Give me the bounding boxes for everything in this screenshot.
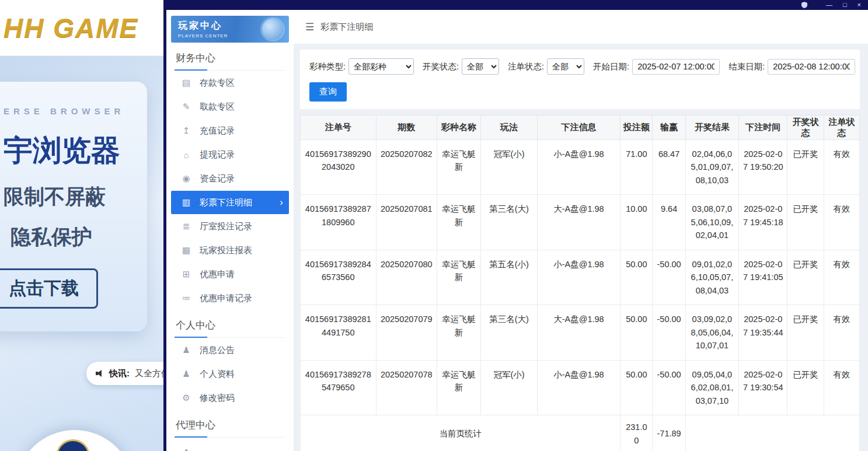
sidebar-item-label: 存款专区 xyxy=(200,78,235,89)
table-cell: 冠军(小) xyxy=(481,360,537,415)
table-cell: 68.47 xyxy=(653,140,685,195)
sidebar-item-withdraw[interactable]: ✎取款专区 xyxy=(171,95,289,118)
table-cell: 401569173892785479650 xyxy=(301,360,377,415)
table-cell: 已开奖 xyxy=(787,360,824,415)
recharge-record-icon: ↥ xyxy=(181,125,191,136)
table-cell: 有效 xyxy=(824,250,859,305)
window-titlebar: — □ × xyxy=(163,0,868,10)
hh-game-logo: HH GAME xyxy=(4,12,138,44)
column-header: 下注时间 xyxy=(739,116,787,140)
banner-title: 宇浏览器 xyxy=(4,131,147,170)
table-row: 40156917389278547965020250207078幸运飞艇新冠军(… xyxy=(301,360,860,415)
sidebar-item-announcement[interactable]: ♟消息公告 xyxy=(171,338,289,362)
banner-tagline: ERSE BROWSER xyxy=(4,106,147,116)
table-cell: 401569173892871809960 xyxy=(301,195,377,250)
sidebar-item-promo-apply[interactable]: ⊞优惠申请 xyxy=(171,263,289,286)
table-row: 40156917389290204302020250207082幸运飞艇新冠军(… xyxy=(301,140,860,195)
table-cell: 有效 xyxy=(824,140,859,195)
sidebar-section-title: 个人中心 xyxy=(175,319,285,338)
hamburger-icon[interactable]: ☰ xyxy=(305,21,314,33)
summary-row: 当前页统计231.00-71.89 xyxy=(301,415,860,451)
sidebar-item-profile[interactable]: ♟个人资料 xyxy=(171,362,289,386)
column-header: 彩种名称 xyxy=(437,116,480,140)
column-header: 注单号 xyxy=(301,116,377,140)
sidebar-item-report[interactable]: ▦玩家投注报表 xyxy=(171,239,289,262)
table-body: 40156917389290204302020250207082幸运飞艇新冠军(… xyxy=(301,140,860,451)
sidebar-item-agent-item[interactable]: ▪ xyxy=(171,438,289,451)
table-cell: 幸运飞艇新 xyxy=(437,360,480,415)
sidebar-item-hall-bets[interactable]: ≣厅室投注记录 xyxy=(171,215,289,238)
sidebar-item-label: 优惠申请 xyxy=(200,269,235,280)
table-cell: 有效 xyxy=(824,305,859,360)
table-row: 40156917389284657356020250207080幸运飞艇新第五名… xyxy=(301,250,860,305)
sidebar-section-title: 财务中心 xyxy=(175,51,285,71)
table-cell: 幸运飞艇新 xyxy=(437,195,480,250)
bet-status-select[interactable]: 全部 xyxy=(547,58,584,75)
table-cell: 71.00 xyxy=(621,140,653,195)
draw-status-select[interactable]: 全部 xyxy=(462,58,499,75)
promo-apply-icon: ⊞ xyxy=(181,269,191,279)
table-cell: 20250207079 xyxy=(376,305,437,360)
sidebar-header: 玩家中心 PLAYERS CENTER xyxy=(171,16,289,43)
maximize-icon[interactable]: □ xyxy=(843,2,847,8)
withdraw-icon: ✎ xyxy=(181,102,191,112)
table-cell: 2025-02-07 19:41:05 xyxy=(739,250,787,305)
hall-bets-icon: ≣ xyxy=(181,221,191,232)
sidebar-item-lottery-bets[interactable]: ▥彩票下注明细› xyxy=(171,191,289,214)
table-cell: 401569173892902043020 xyxy=(301,140,377,195)
table-cell: 2025-02-07 19:45:18 xyxy=(739,195,787,250)
minimize-icon[interactable]: — xyxy=(826,2,832,8)
table-cell: 20250207081 xyxy=(376,195,437,250)
sidebar-item-promo-record[interactable]: ≔优惠申请记录 xyxy=(171,286,289,310)
lottery-bets-icon: ▥ xyxy=(181,197,191,208)
sidebar-item-label: 充值记录 xyxy=(200,125,235,137)
end-date-filter: 结束日期: xyxy=(728,59,855,75)
download-button[interactable]: 点击下载 xyxy=(0,268,98,309)
table-cell: 有效 xyxy=(824,195,859,250)
close-icon[interactable]: × xyxy=(857,2,861,8)
news-ticker[interactable]: 快讯: 又全方位 xyxy=(86,362,163,385)
start-date-input[interactable] xyxy=(632,59,720,75)
table-cell: -50.00 xyxy=(653,250,685,305)
table-cell: 20250207080 xyxy=(376,250,437,305)
lottery-type-select[interactable]: 全部彩种 xyxy=(348,58,414,75)
table-cell: 大-A盘@1.98 xyxy=(537,195,621,250)
summary-empty xyxy=(685,415,859,451)
table-cell: 冠军(小) xyxy=(481,140,537,195)
ticker-label: 快讯: xyxy=(109,368,130,379)
table-cell: 02,04,06,05,01,09,07,08,10,03 xyxy=(685,140,738,195)
funds-record-icon: ◉ xyxy=(181,173,191,184)
sidebar-item-password[interactable]: ⚙修改密码 xyxy=(171,386,289,410)
search-button[interactable]: 查询 xyxy=(309,82,347,102)
sidebar-item-funds-record[interactable]: ◉资金记录 xyxy=(171,167,289,190)
shield-icon[interactable] xyxy=(801,2,807,8)
player-center-window: — □ × 玩家中心 PLAYERS CENTER 财务中心▤存款专区✎取款专区… xyxy=(163,0,868,451)
table-cell: 2025-02-07 19:30:54 xyxy=(739,360,787,415)
table-cell: 幸运飞艇新 xyxy=(437,250,480,305)
table-cell: 小-A盘@1.98 xyxy=(537,250,621,305)
table-cell: 03,09,02,08,05,06,04,10,07,01 xyxy=(685,305,738,360)
sidebar-item-label: 优惠申请记录 xyxy=(200,293,252,304)
deposit-icon: ▤ xyxy=(181,78,191,88)
table-cell: 2025-02-07 19:50:20 xyxy=(739,140,787,195)
table-cell: 50.00 xyxy=(621,250,653,305)
table-cell: 第三名(大) xyxy=(481,305,537,360)
table-cell: 有效 xyxy=(824,360,859,415)
table-cell: 已开奖 xyxy=(787,305,824,360)
end-date-input[interactable] xyxy=(768,59,855,75)
withdrawal-record-icon: ⌂ xyxy=(181,150,191,160)
bottom-logo-circle xyxy=(15,430,134,451)
sidebar-item-deposit[interactable]: ▤存款专区 xyxy=(171,71,289,95)
draw-status-filter: 开奖状态: 全部 xyxy=(423,58,499,75)
table-header-row: 注单号期数彩种名称玩法下注信息投注额输赢开奖结果下注时间开奖状态注单状态 xyxy=(301,116,860,140)
chevron-right-icon: › xyxy=(280,197,283,208)
table-cell: 大-A盘@1.98 xyxy=(537,305,621,360)
sidebar-item-label: 玩家投注报表 xyxy=(200,245,252,256)
sidebar-item-withdrawal-record[interactable]: ⌂提现记录 xyxy=(171,143,289,166)
sidebar-item-recharge-record[interactable]: ↥充值记录 xyxy=(171,119,289,142)
column-header: 注单状态 xyxy=(824,116,859,140)
table-cell: 401569173892846573560 xyxy=(301,250,377,305)
speaker-icon xyxy=(96,370,104,377)
background-header: HH GAME xyxy=(0,0,163,56)
sidebar: 玩家中心 PLAYERS CENTER 财务中心▤存款专区✎取款专区↥充值记录⌂… xyxy=(166,10,294,451)
